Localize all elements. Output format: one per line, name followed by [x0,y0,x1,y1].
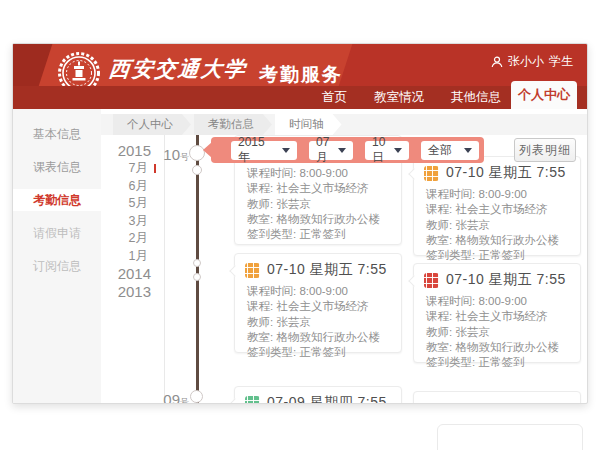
timeline-year[interactable]: 2014 [118,265,151,283]
card-field: 签到类型: 正常签到 [245,345,391,360]
calendar-status-icon [424,273,439,288]
user-info[interactable]: 张小小 学生 [491,53,573,70]
user-role: 学生 [549,53,573,70]
card-pointer [408,168,419,179]
current-month-marker [154,164,156,173]
card-date: 07-10 星期五 7:55 [267,261,387,279]
nav-item-classrooms[interactable]: 教室情况 [374,89,424,106]
timeline-month[interactable]: 3月 [129,213,151,231]
card-field: 课程: 社会主义市场经济 [424,309,570,324]
attendance-card[interactable]: 07-10 星期五 7:55 课程时间: 8:00-9:00 课程: 社会主义市… [413,263,581,363]
sidebar-item-subscription-info[interactable]: 订阅信息 [13,255,101,277]
divider [164,135,165,403]
filter-bar-pointer [203,142,212,158]
card-field: 课程时间: 8:00-9:00 [245,284,391,299]
page: 西安交通大学 XI'AN JIAO TONG UNIVERSITY 考勤服务 张… [0,0,600,450]
breadcrumb: 个人中心 考勤信息 时间轴 [101,114,587,135]
chevron-down-icon [282,148,290,153]
month-select-value: 07月 [316,135,332,166]
card-field: 课程: 社会主义市场经济 [245,299,391,314]
year-select-value: 2015年 [238,135,276,166]
card-pointer [408,275,419,286]
timeline-node [193,259,201,267]
card-field: 教室: 格物致知行政办公楼 [245,330,391,345]
card-field: 教师: 张芸京 [245,315,391,330]
card-field: 课程: 社会主义市场经济 [245,181,391,196]
sidebar-item-basic-info[interactable]: 基本信息 [13,123,101,145]
day-select[interactable]: 10日 [365,141,409,160]
calendar-status-icon [424,166,439,181]
card-pointer [229,398,240,404]
chevron-down-icon [464,148,472,153]
user-icon [491,56,503,68]
timeline-month[interactable]: 5月 [129,195,151,213]
app-title: 考勤服务 [259,62,343,88]
sidebar: 基本信息 课表信息 考勤信息 请假申请 订阅信息 [13,109,101,403]
nav-item-personal-center[interactable]: 个人中心 [511,81,577,109]
filter-bar: 2015年 07月 10日 全部 [211,137,484,163]
timeline-year[interactable]: 2015 [118,142,151,160]
breadcrumb-timeline[interactable]: 时间轴 [275,114,342,135]
card-date: 07-10 星期五 7:55 [446,164,566,182]
day-label-10: 10号 [153,146,189,164]
card-pointer [229,265,240,276]
card-field: 课程时间: 8:00-9:00 [245,166,391,181]
attendance-card[interactable]: 07-09 星期四 7:55 [234,386,402,404]
card-field: 教室: 格物致知行政办公楼 [424,340,570,355]
card-field: 教师: 张芸京 [424,325,570,340]
timeline-axis [196,135,199,403]
timeline-month[interactable]: 7月 [129,160,151,178]
type-select[interactable]: 全部 [421,141,479,160]
nav-links: 首页 教室情况 其他信息 [322,86,501,109]
card-field: 签到类型: 正常签到 [424,248,570,263]
day-label-09: 09号 [153,391,189,404]
attendance-card[interactable]: 07-10 星期五 7:55 课程时间: 8:00-9:00 课程: 社会主义市… [413,156,581,256]
sidebar-item-schedule-info[interactable]: 课表信息 [13,156,101,178]
timeline-year[interactable]: 2013 [118,283,151,301]
app-window: 西安交通大学 XI'AN JIAO TONG UNIVERSITY 考勤服务 张… [12,43,588,404]
card-field: 课程: 社会主义市场经济 [424,202,570,217]
card-field: 教室: 格物致知行政办公楼 [424,233,570,248]
card-field: 签到类型: 正常签到 [424,355,570,370]
attendance-card[interactable] [413,391,581,404]
card-field: 教师: 张芸京 [424,218,570,233]
timeline-month[interactable]: 2月 [129,230,151,248]
card-date: 07-10 星期五 7:55 [446,271,566,289]
timeline-node[interactable] [190,390,203,403]
card-field: 教师: 张芸京 [245,197,391,212]
list-detail-button[interactable]: 列表明细 [514,138,576,162]
card-field: 课程时间: 8:00-9:00 [424,294,570,309]
card-field: 教室: 格物致知行政办公楼 [245,212,391,227]
calendar-status-icon [245,396,260,405]
day-select-value: 10日 [372,135,388,166]
timeline-year-month-list: 2015 7月 6月 5月 3月 2月 1月 2014 2013 [95,142,151,301]
nav-item-other-info[interactable]: 其他信息 [451,89,501,106]
card-field: 课程时间: 8:00-9:00 [424,187,570,202]
timeline-month[interactable]: 1月 [129,248,151,266]
cutoff-card-edge [437,424,583,450]
calendar-status-icon [245,263,260,278]
timeline-month[interactable]: 6月 [129,178,151,196]
breadcrumb-personal-center[interactable]: 个人中心 [113,114,191,135]
card-field: 签到类型: 正常签到 [245,227,391,242]
card-date: 07-09 星期四 7:55 [267,394,387,404]
chevron-down-icon [338,148,346,153]
month-select[interactable]: 07月 [309,141,353,160]
university-name-cn: 西安交通大学 [108,55,249,83]
chevron-down-icon [394,148,402,153]
type-select-value: 全部 [428,142,452,159]
app-header: 西安交通大学 XI'AN JIAO TONG UNIVERSITY 考勤服务 张… [13,44,587,109]
breadcrumb-attendance-info[interactable]: 考勤信息 [194,114,272,135]
timeline-node [192,165,202,175]
user-name: 张小小 [508,53,544,70]
attendance-card[interactable]: 07-10 星期五 7:55 课程时间: 8:00-9:00 课程: 社会主义市… [234,253,402,353]
timeline-node [193,273,201,281]
sidebar-item-leave-request[interactable]: 请假申请 [13,222,101,244]
year-select[interactable]: 2015年 [231,141,297,160]
nav-item-home[interactable]: 首页 [322,89,347,106]
sidebar-item-attendance-info[interactable]: 考勤信息 [13,189,101,211]
